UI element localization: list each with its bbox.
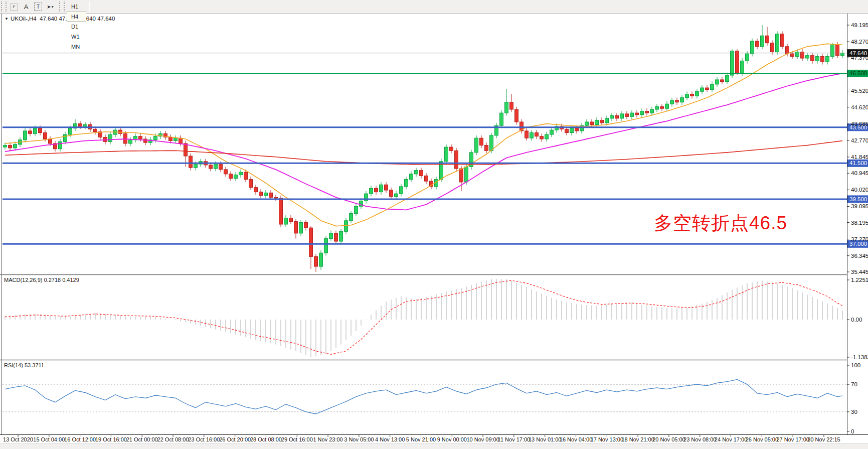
candle-body <box>811 56 814 61</box>
timeframe-button-mn[interactable]: MN <box>67 42 86 52</box>
candle-body <box>119 130 122 133</box>
candle-body <box>324 239 328 253</box>
candle-body <box>174 138 178 140</box>
price-axis-label: 36.345 <box>851 253 868 259</box>
text-label-icon[interactable]: T <box>33 2 44 12</box>
candle-body <box>796 52 799 56</box>
price-axis-label: 44.620 <box>851 104 868 110</box>
candle-body <box>500 113 503 125</box>
collapse-arrow-icon[interactable]: ▼ <box>5 17 9 21</box>
candle-body <box>244 172 248 179</box>
candle-body <box>84 124 87 126</box>
candle-body <box>189 156 193 168</box>
candle-body <box>179 138 183 143</box>
candle-body <box>350 214 353 221</box>
indicator-grid-icon[interactable]: F <box>9 2 20 12</box>
candle-body <box>329 233 333 239</box>
candle-body <box>701 88 704 91</box>
candle-body <box>24 131 27 140</box>
candle-body <box>415 171 418 174</box>
candle-body <box>4 145 7 147</box>
candle-body <box>385 185 388 190</box>
candle-body <box>465 167 468 182</box>
candle-body <box>525 131 529 138</box>
letter-t-glyph: T <box>34 3 42 11</box>
price-axis-label: 39.095 <box>851 203 868 209</box>
candle-body <box>605 118 609 123</box>
candle-body <box>650 109 654 113</box>
candle-body <box>194 164 198 168</box>
candle-body <box>224 170 228 174</box>
candle-body <box>380 185 383 192</box>
candle-body <box>545 134 549 139</box>
candle-body <box>640 111 644 115</box>
price-axis-label: 35.445 <box>851 269 868 275</box>
candle-body <box>79 124 82 126</box>
candle-body <box>610 116 614 118</box>
price-axis-label: 38.195 <box>851 220 868 226</box>
candle-body <box>660 107 664 109</box>
candle-body <box>254 188 258 192</box>
candle-body <box>565 129 569 132</box>
candle-body <box>64 134 67 141</box>
candle-body <box>304 222 308 228</box>
candle-body <box>154 136 157 140</box>
price-badge-label: 41.500 <box>849 160 867 166</box>
candle-body <box>535 133 539 136</box>
time-axis-label: 30 Nov 22:15 <box>807 436 840 442</box>
macd-axis-label: 0.00 <box>851 317 862 323</box>
candle-body <box>420 171 423 176</box>
toolbar: F A T ➤▾ M1M5M15M30H1H4D1W1MN <box>0 0 868 14</box>
candle-body <box>630 113 634 116</box>
toolbar-grip[interactable] <box>1 2 7 12</box>
macd-name: MACD(12,26,9) <box>4 277 42 283</box>
candle-body <box>269 193 273 197</box>
candle-body <box>791 54 794 56</box>
candle-body <box>395 194 398 196</box>
candle-body <box>279 198 283 224</box>
toolbar-grip-2[interactable] <box>59 2 65 12</box>
grid-glyph: F <box>11 3 18 11</box>
rsi-indicator-label: RSI(14) 53.3711 <box>4 362 44 368</box>
candle-body <box>355 206 358 213</box>
candle-body <box>29 131 32 133</box>
candle-body <box>510 102 513 109</box>
candle-body <box>9 145 12 148</box>
time-axis-label: 16 Nov 04:00 <box>560 436 592 442</box>
macd-axis-label: 1.2251 <box>851 277 868 283</box>
time-axis-label: 1 Nov 23:00 <box>313 436 342 442</box>
candle-body <box>234 175 238 179</box>
candle-body <box>219 164 223 170</box>
time-axis-label: 24 Nov 17:00 <box>715 436 747 442</box>
rsi-name: RSI(14) <box>4 362 23 368</box>
candle-body <box>34 128 37 134</box>
candle-body <box>505 102 508 113</box>
mt4-window: F A T ➤▾ M1M5M15M30H1H4D1W1MN 47.64046.5… <box>0 0 868 449</box>
candle-body <box>390 190 393 197</box>
candle-body <box>209 165 213 169</box>
timeframe-button-h4[interactable]: H4 <box>67 12 86 22</box>
timeframe-button-h1[interactable]: H1 <box>67 2 86 12</box>
timeframe-button-w1[interactable]: W1 <box>67 32 86 42</box>
candle-body <box>289 218 293 221</box>
candle-body <box>761 36 764 46</box>
time-axis-label: 23 Nov 08:00 <box>683 436 716 442</box>
candle-body <box>445 147 448 162</box>
candle-body <box>284 218 288 224</box>
candle-body <box>319 253 323 266</box>
candle-body <box>460 169 463 182</box>
time-axis-label: 18 Nov 21:00 <box>621 436 654 442</box>
candle-body <box>375 188 378 192</box>
candle-body <box>736 51 739 74</box>
symbol-label: UKOil-,H4 <box>11 16 37 22</box>
candle-body <box>239 172 243 175</box>
candle-body <box>600 120 604 122</box>
arrow-tools-icon[interactable]: ➤▾ <box>45 2 56 12</box>
macd-indicator-label: MACD(12,26,9) 0.2718 0.4129 <box>4 277 79 283</box>
time-axis-label: 26 Oct 20:00 <box>219 436 251 442</box>
candle-body <box>440 162 443 180</box>
text-annotation-icon[interactable]: A <box>21 2 32 12</box>
timeframe-button-d1[interactable]: D1 <box>67 22 86 32</box>
price-axis-label: 40.020 <box>851 187 868 193</box>
candle-body <box>670 100 674 104</box>
